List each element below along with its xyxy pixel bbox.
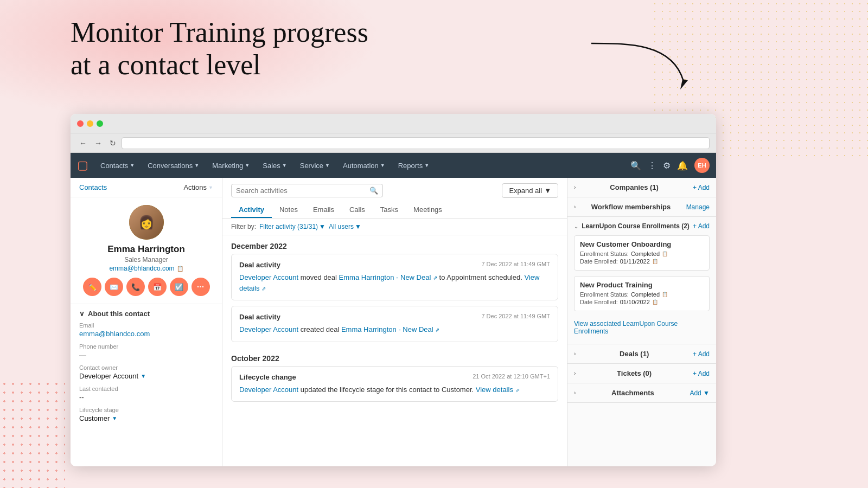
learnupon-title: LearnUpon Course Enrollments (2) <box>582 222 690 230</box>
dev-account-link[interactable]: Developer Account <box>239 273 298 281</box>
nav-service[interactable]: Service▼ <box>295 158 335 173</box>
back-button[interactable]: ← <box>77 138 89 149</box>
enrollment-card-2: New Product Training Enrollment Status: … <box>574 276 710 311</box>
nav-marketing[interactable]: Marketing▼ <box>207 158 255 173</box>
hubspot-nav: ▢ Contacts▼ Conversations▼ Marketing▼ Sa… <box>71 153 716 178</box>
nav-reports[interactable]: Reports▼ <box>393 158 435 173</box>
workflow-manage[interactable]: Manage <box>686 203 710 211</box>
activity-card-top: Deal activity 7 Dec 2022 at 11:49 GMT <box>239 313 550 321</box>
attachments-chevron: › <box>574 390 576 396</box>
learnupon-add[interactable]: + Add <box>693 222 710 230</box>
tickets-add[interactable]: + Add <box>693 370 710 377</box>
reload-button[interactable]: ↻ <box>107 138 118 149</box>
activity-card: Deal activity 7 Dec 2022 at 11:49 GMT De… <box>231 306 558 342</box>
maximize-dot[interactable] <box>97 120 103 127</box>
copy-status-1[interactable]: 📋 <box>662 251 668 256</box>
svg-marker-0 <box>680 79 688 89</box>
lifecycle-value: Customer <box>79 414 110 422</box>
about-header[interactable]: ∨ About this contact <box>79 310 213 318</box>
companies-add[interactable]: + Add <box>693 184 710 191</box>
last-contacted-value: -- <box>79 393 213 401</box>
edit-contact-button[interactable]: ✏️ <box>83 278 101 296</box>
minimize-dot[interactable] <box>87 120 93 127</box>
email-value[interactable]: emma@bhlandco.com <box>79 330 213 338</box>
view-details-link-2[interactable]: View details <box>476 386 513 394</box>
companies-header[interactable]: › Companies (1) + Add <box>567 178 716 197</box>
copy-email-icon[interactable]: 📋 <box>177 266 183 272</box>
owner-dropdown-icon[interactable]: ▼ <box>141 373 146 379</box>
tab-meetings[interactable]: Meetings <box>406 202 450 218</box>
hubspot-logo: ▢ <box>77 158 88 172</box>
forward-button[interactable]: → <box>92 138 104 149</box>
companies-title: Companies (1) <box>610 183 659 191</box>
enrollment-date-row-2: Date Enrolled: 01/10/2022 📋 <box>580 299 704 305</box>
lifecycle-dropdown-icon[interactable]: ▼ <box>112 415 117 421</box>
expand-all-button[interactable]: Expand all ▼ <box>502 183 558 198</box>
nav-sales[interactable]: Sales▼ <box>257 158 292 173</box>
tab-notes[interactable]: Notes <box>272 202 305 218</box>
deal-link-2[interactable]: Emma Harrington - New Deal <box>341 325 433 333</box>
deals-header[interactable]: › Deals (1) + Add <box>567 344 716 363</box>
attachments-add[interactable]: Add ▼ <box>690 389 710 397</box>
activity-body: Developer Account updated the lifecycle … <box>239 384 550 395</box>
more-actions-button[interactable]: ··· <box>192 278 210 296</box>
main-layout: Contacts Actions ▼ 👩 Emma Harrington Sal… <box>71 178 716 466</box>
activity-body: Developer Account created deal Emma Harr… <box>239 324 550 335</box>
nav-automation[interactable]: Automation▼ <box>337 158 391 173</box>
close-dot[interactable] <box>77 120 84 127</box>
activity-card: Deal activity 7 Dec 2022 at 11:49 GMT De… <box>231 254 558 300</box>
deal-link[interactable]: Emma Harrington - New Deal <box>339 273 431 281</box>
email-field-container: Email emma@bhlandco.com <box>79 322 213 338</box>
grid-icon[interactable]: ⋮ <box>648 160 656 171</box>
tab-activity[interactable]: Activity <box>231 202 272 218</box>
owner-field-container: Contact owner Developer Account ▼ <box>79 364 213 380</box>
url-bar[interactable] <box>122 137 710 149</box>
enrollment-status-row-1: Enrollment Status: Completed 📋 <box>580 251 704 257</box>
browser-window: ← → ↻ ▢ Contacts▼ Conversations▼ Marketi… <box>71 114 716 466</box>
user-avatar[interactable]: EH <box>694 158 710 173</box>
bell-icon[interactable]: 🔔 <box>677 160 688 171</box>
workflow-header[interactable]: › Workflow memberships Manage <box>567 197 716 216</box>
dev-account-link-3[interactable]: Developer Account <box>239 386 298 394</box>
contacts-breadcrumb[interactable]: Contacts <box>79 183 107 191</box>
enrollment-name-1: New Customer Onboarding <box>580 240 704 248</box>
activity-title: Deal activity <box>239 313 280 321</box>
dev-account-link-2[interactable]: Developer Account <box>239 325 298 333</box>
attachments-header[interactable]: › Attachments Add ▼ <box>567 383 716 402</box>
toolbar-top-row: 🔍 Expand all ▼ <box>231 183 558 198</box>
workflow-chevron: › <box>574 204 576 210</box>
task-contact-button[interactable]: ☑️ <box>170 278 188 296</box>
tickets-header[interactable]: › Tickets (0) + Add <box>567 364 716 383</box>
learnupon-chevron: ⌄ <box>574 223 578 229</box>
view-all-enrollments-link[interactable]: View associated LearnUpon Course Enrollm… <box>567 317 716 341</box>
search-activities-input[interactable] <box>236 187 366 195</box>
copy-date-1[interactable]: 📋 <box>652 259 658 264</box>
nav-conversations[interactable]: Conversations▼ <box>142 158 205 173</box>
copy-status-2[interactable]: 📋 <box>662 292 668 297</box>
filter-activity-button[interactable]: Filter activity (31/31) ▼ <box>259 223 326 230</box>
search-icon[interactable]: 🔍 <box>630 160 641 171</box>
tab-calls[interactable]: Calls <box>342 202 373 218</box>
deals-title: Deals (1) <box>620 350 649 358</box>
filter-users-button[interactable]: All users ▼ <box>329 223 361 230</box>
calendar-contact-button[interactable]: 📅 <box>148 278 167 296</box>
call-contact-button[interactable]: 📞 <box>126 278 145 296</box>
activity-card-top: Lifecycle change 21 Oct 2022 at 12:10 GM… <box>239 373 550 381</box>
tab-tasks[interactable]: Tasks <box>373 202 406 218</box>
email-contact-button[interactable]: ✉️ <box>105 278 123 296</box>
month-december-2022: December 2022 <box>231 235 558 254</box>
workflow-title: Workflow memberships <box>591 203 671 211</box>
companies-chevron: › <box>574 184 576 190</box>
deals-add[interactable]: + Add <box>693 350 710 358</box>
copy-date-2[interactable]: 📋 <box>652 299 658 305</box>
bg-dots-bottom-left <box>0 380 65 488</box>
enrollment-name-2: New Product Training <box>580 281 704 289</box>
activity-tabs: Activity Notes Emails Calls Tasks Meetin… <box>231 202 558 218</box>
contact-email-display: emma@bhlandco.com 📋 <box>109 265 183 272</box>
nav-contacts[interactable]: Contacts▼ <box>95 158 140 173</box>
settings-icon[interactable]: ⚙ <box>663 160 671 171</box>
tab-emails[interactable]: Emails <box>305 202 342 218</box>
actions-button[interactable]: Actions ▼ <box>183 183 213 191</box>
learnupon-header[interactable]: ⌄ LearnUpon Course Enrollments (2) + Add <box>567 217 716 235</box>
activity-title: Lifecycle change <box>239 373 296 381</box>
